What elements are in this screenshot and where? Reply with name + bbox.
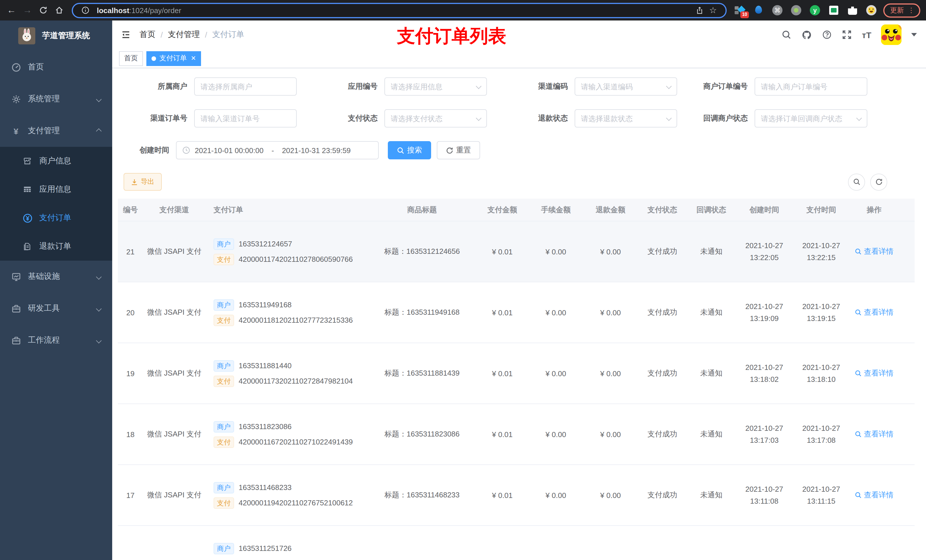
pay-order-no: 4200001167202110271022491439 <box>239 438 353 446</box>
cell-pay-time: 2021-10-27 13:18:10 <box>793 361 850 386</box>
avatar-caret-icon[interactable] <box>911 33 917 36</box>
filter-channel-order-no: 渠道订单号 <box>124 109 297 127</box>
extension-chat-icon[interactable] <box>829 5 839 15</box>
payment-submenu: 商户信息 应用信息 <box>0 147 112 261</box>
toggle-search-button[interactable] <box>848 173 865 190</box>
merchant-input[interactable] <box>194 77 297 96</box>
tab-pay-order[interactable]: 支付订单 ✕ <box>146 51 201 66</box>
cell-notify: 未通知 <box>687 490 736 500</box>
extension-puzzle-icon[interactable] <box>847 5 858 15</box>
user-avatar[interactable] <box>881 24 902 45</box>
channel-order-no-input[interactable] <box>194 109 297 127</box>
sidebar-item-workflow[interactable]: 工作流程 <box>0 325 112 356</box>
sidebar-item-dev-tools[interactable]: 研发工具 <box>0 293 112 325</box>
browser-menu-dots-icon[interactable]: ⋮ <box>908 7 915 14</box>
cell-pay-time: 2021-10-27 13:22:15 <box>793 239 850 264</box>
share-icon[interactable] <box>693 6 706 15</box>
pay-order-no: 4200001181202110277723215336 <box>239 316 353 325</box>
extension-emoji-icon[interactable] <box>866 5 876 15</box>
pay-status-select[interactable] <box>384 109 487 127</box>
font-size-icon[interactable]: ᴛT <box>862 30 872 39</box>
cell-create-time: 2021-10-27 13:11:08 <box>736 483 793 507</box>
cell-notify: 未通知 <box>687 368 736 379</box>
cell-amount: ¥ 0.01 <box>476 308 528 317</box>
sidebar-item-app-info[interactable]: 应用信息 <box>0 175 112 204</box>
search-icon[interactable] <box>782 30 792 40</box>
breadcrumb-payment[interactable]: 支付管理 <box>168 30 200 40</box>
merchant-tag: 商户 <box>213 482 234 493</box>
search-button[interactable]: 搜索 <box>388 141 431 159</box>
date-end: 2021-10-31 23:59:59 <box>282 146 351 154</box>
extension-tasks-icon[interactable]: 10 <box>735 5 745 15</box>
table-row[interactable]: 21 微信 JSAPI 支付 商户 1635312124657 支付 42000… <box>118 221 915 282</box>
cell-title: 标题：1635311949168 <box>368 307 476 318</box>
sidebar-collapse-icon[interactable] <box>117 26 135 44</box>
bookmark-star-icon[interactable]: ☆ <box>706 5 720 15</box>
yen-icon: ¥ <box>10 127 22 135</box>
table-row[interactable]: 商户 1635311251726 支付 <box>118 526 915 560</box>
col-refund: 退款金额 <box>583 205 638 215</box>
cell-fee: ¥ 0.00 <box>528 369 583 377</box>
help-icon[interactable] <box>822 30 832 40</box>
view-detail-link[interactable]: 查看详情 <box>855 429 894 439</box>
view-detail-link[interactable]: 查看详情 <box>855 307 894 318</box>
col-fee: 手续金额 <box>528 205 583 215</box>
filter-channel-code: 渠道编码 <box>504 77 677 96</box>
reload-icon[interactable] <box>35 2 51 18</box>
breadcrumb-home[interactable]: 首页 <box>139 30 156 40</box>
extension-balloon-icon[interactable] <box>754 5 764 15</box>
col-actions: 操作 <box>850 205 899 215</box>
export-button[interactable]: 导出 <box>124 173 162 191</box>
grid-icon <box>22 185 32 194</box>
extension-command-icon[interactable]: ⌘ <box>772 5 782 15</box>
address-bar[interactable]: localhost:1024/pay/order ☆ <box>72 3 727 18</box>
notify-status-select[interactable] <box>755 109 867 127</box>
extension-y-icon[interactable]: y <box>810 5 820 15</box>
extension-record-icon[interactable] <box>791 5 801 15</box>
chevron-down-icon <box>96 306 101 311</box>
sidebar-item-merchant-info[interactable]: 商户信息 <box>0 147 112 175</box>
col-channel: 支付渠道 <box>143 205 206 215</box>
cell-fee: ¥ 0.00 <box>528 308 583 317</box>
sidebar-item-pay-order[interactable]: 支付订单 <box>0 204 112 232</box>
browser-update-button[interactable]: 更新 ⋮ <box>883 3 920 17</box>
close-icon[interactable]: ✕ <box>191 55 196 62</box>
download-icon <box>131 178 138 185</box>
cell-order: 商户 1635311949168 支付 42000011812021102777… <box>206 295 368 330</box>
reset-button[interactable]: 重置 <box>437 141 480 159</box>
sidebar-item-infrastructure[interactable]: 基础设施 <box>0 261 112 293</box>
col-create-time: 创建时间 <box>736 205 793 215</box>
sidebar-item-refund-order[interactable]: 退款订单 <box>0 232 112 261</box>
table-row[interactable]: 20 微信 JSAPI 支付 商户 1635311949168 支付 42000… <box>118 282 915 343</box>
fullscreen-icon[interactable] <box>842 30 852 40</box>
view-detail-link[interactable]: 查看详情 <box>855 246 894 257</box>
cell-refund: ¥ 0.00 <box>583 430 638 438</box>
sidebar-item-system[interactable]: 系统管理 <box>0 83 112 115</box>
table-row[interactable]: 19 微信 JSAPI 支付 商户 1635311881440 支付 42000… <box>118 343 915 404</box>
sidebar-item-home[interactable]: 首页 <box>0 51 112 83</box>
table-body: 21 微信 JSAPI 支付 商户 1635312124657 支付 42000… <box>118 221 915 560</box>
app-id-select[interactable] <box>384 77 487 96</box>
sidebar-item-payment[interactable]: ¥ 支付管理 <box>0 115 112 147</box>
home-icon[interactable] <box>51 2 67 18</box>
site-info-icon[interactable] <box>79 6 92 14</box>
date-range-input[interactable]: 2021-10-01 00:00:00 - 2021-10-31 23:59:5… <box>176 141 379 159</box>
cell-notify: 未通知 <box>687 246 736 257</box>
channel-code-select[interactable] <box>575 77 677 96</box>
forward-icon[interactable]: → <box>20 2 35 18</box>
content-area: 所属商户 应用编号 渠道编码 商户订单编号 <box>112 68 926 560</box>
refund-status-select[interactable] <box>575 109 677 127</box>
table-row[interactable]: 18 微信 JSAPI 支付 商户 1635311823086 支付 42000… <box>118 404 915 465</box>
merchant-order-no: 1635312124657 <box>239 240 292 248</box>
col-order: 支付订单 <box>206 205 368 215</box>
tab-home[interactable]: 首页 <box>119 51 143 66</box>
table-row[interactable]: 17 微信 JSAPI 支付 商户 1635311468233 支付 42000… <box>118 465 915 526</box>
view-detail-link[interactable]: 查看详情 <box>855 368 894 379</box>
github-icon[interactable] <box>802 29 813 40</box>
back-icon[interactable]: ← <box>3 2 20 18</box>
merchant-order-no-input[interactable] <box>755 77 867 96</box>
refresh-table-button[interactable] <box>870 173 887 190</box>
cell-id: 17 <box>118 491 143 500</box>
breadcrumb-current: 支付订单 <box>212 30 244 40</box>
view-detail-link[interactable]: 查看详情 <box>855 490 894 500</box>
